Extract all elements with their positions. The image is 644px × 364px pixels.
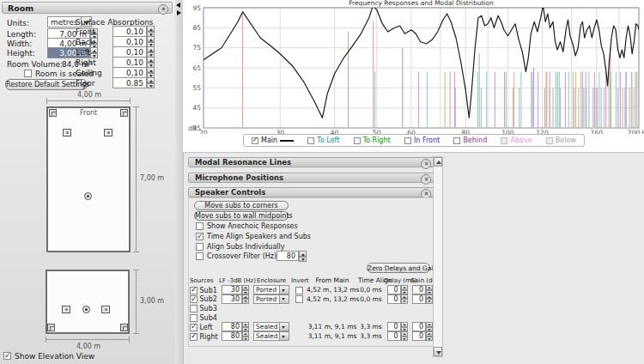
right-speaker-icon-elevation[interactable] bbox=[101, 306, 110, 313]
topview-width-dimline bbox=[46, 100, 131, 101]
move-subs-corners-button[interactable]: Move subs to corners bbox=[194, 201, 289, 210]
right-speaker-icon-topview[interactable] bbox=[104, 129, 112, 136]
expand-right-icon[interactable] bbox=[177, 10, 181, 15]
gain-field-sub1[interactable]: 0 bbox=[412, 285, 426, 294]
source-enable-checkbox-right[interactable] bbox=[190, 333, 197, 341]
legend-checkbox-behind[interactable] bbox=[453, 137, 460, 144]
enclosure-select-sub1[interactable]: Ported bbox=[253, 285, 289, 294]
legend-checkbox-above[interactable] bbox=[501, 137, 507, 144]
height-spinner[interactable] bbox=[90, 47, 98, 58]
lf-field-sub1[interactable]: 30 bbox=[222, 285, 242, 294]
section-microphone-positions[interactable]: Microphone Positions » bbox=[188, 173, 434, 183]
source-enable-checkbox-sub2[interactable] bbox=[190, 295, 197, 303]
section-modal-resonance-lines[interactable]: Modal Resonance Lines » bbox=[188, 157, 434, 167]
legend-checkbox-main[interactable] bbox=[252, 137, 258, 144]
lf-spinner[interactable] bbox=[242, 294, 249, 304]
gain-spinner[interactable] bbox=[426, 294, 433, 304]
sub2-icon-elevation[interactable] bbox=[120, 324, 128, 331]
lf-field-left[interactable]: 80 bbox=[222, 322, 242, 331]
lf-cell: 30 bbox=[219, 285, 252, 294]
dropdown-arrow-icon[interactable] bbox=[279, 323, 289, 331]
source-name: Sub3 bbox=[197, 305, 217, 312]
room-simulator-window: Room » Units: metres Length: 7,00 m Widt… bbox=[0, 0, 644, 364]
dropdown-arrow-icon[interactable] bbox=[279, 295, 289, 303]
lf-field-sub2[interactable]: 30 bbox=[222, 294, 242, 304]
gain-spinner[interactable] bbox=[426, 285, 433, 294]
source-enable-checkbox-sub1[interactable] bbox=[190, 287, 197, 294]
legend-checkbox-to-left[interactable] bbox=[307, 137, 314, 144]
invert-checkbox-sub2[interactable] bbox=[295, 295, 303, 303]
sub1-icon-topview[interactable] bbox=[49, 109, 57, 117]
sub2-icon-topview[interactable] bbox=[120, 109, 128, 117]
show-elevation-checkbox[interactable] bbox=[3, 352, 11, 360]
source-enable-checkbox-sub4[interactable] bbox=[190, 314, 197, 322]
left-speaker-icon-elevation[interactable] bbox=[62, 306, 70, 313]
collapse-left-icon[interactable] bbox=[176, 3, 180, 8]
source-enable-checkbox-sub3[interactable] bbox=[190, 305, 197, 312]
crossover-label: Crossover Filter (Hz) bbox=[207, 252, 276, 260]
enclosure-select-right[interactable]: Sealed bbox=[253, 331, 289, 341]
delay-spinner[interactable] bbox=[401, 322, 408, 331]
gain-field-sub2[interactable]: 0 bbox=[412, 294, 426, 304]
gain-spinner[interactable] bbox=[426, 322, 433, 331]
zero-delays-gains-button[interactable]: Zero Delays and Gains bbox=[367, 263, 430, 273]
invert-checkbox-sub1[interactable] bbox=[295, 287, 303, 294]
delay-spinner[interactable] bbox=[401, 285, 408, 294]
lf-spinner[interactable] bbox=[242, 331, 249, 341]
enclosure-cell: Sealed bbox=[252, 331, 291, 341]
gain-spinner[interactable] bbox=[426, 331, 433, 341]
room-panel-header[interactable]: Room » bbox=[2, 2, 173, 14]
room-sealed-checkbox[interactable] bbox=[24, 70, 32, 77]
crossover-field[interactable]: 80 bbox=[276, 251, 299, 261]
delay-spinner[interactable] bbox=[401, 294, 408, 304]
height-label: Height: bbox=[7, 49, 35, 58]
legend-checkbox-below[interactable] bbox=[546, 137, 553, 144]
collapse-panel-icon[interactable]: » bbox=[158, 4, 168, 15]
crossover-spinner[interactable] bbox=[299, 251, 307, 261]
absorption-spinner-floor[interactable] bbox=[147, 77, 155, 88]
legend-item-in-front: In Front bbox=[404, 136, 440, 144]
delay-cell: 0 bbox=[384, 322, 410, 331]
delay-field-sub2[interactable]: 0 bbox=[387, 294, 401, 304]
absorption-field-floor[interactable]: 0,85 bbox=[112, 77, 147, 88]
gain-cell: 0 bbox=[410, 294, 434, 304]
time-align-cell: 3,3 ms bbox=[358, 332, 384, 340]
gain-field-left[interactable]: 0 bbox=[412, 322, 426, 331]
left-speaker-icon-topview[interactable] bbox=[63, 129, 71, 136]
align-subs-checkbox[interactable] bbox=[196, 243, 204, 251]
show-anechoic-checkbox[interactable] bbox=[196, 222, 204, 230]
section-title: Microphone Positions bbox=[195, 173, 283, 182]
dropdown-arrow-icon[interactable] bbox=[279, 332, 289, 340]
dropdown-arrow-icon[interactable] bbox=[279, 286, 289, 294]
section-speaker-controls[interactable]: Speaker Controls » bbox=[188, 187, 434, 197]
scroll-up-icon[interactable] bbox=[434, 157, 442, 167]
legend-checkbox-in-front[interactable] bbox=[404, 137, 411, 144]
crossover-checkbox[interactable] bbox=[196, 252, 204, 260]
source-enable-checkbox-left[interactable] bbox=[190, 324, 197, 331]
mic-icon-topview[interactable] bbox=[84, 192, 92, 200]
legend-checkbox-to-right[interactable] bbox=[354, 137, 361, 144]
scroll-down-icon[interactable] bbox=[434, 347, 442, 356]
expand-section-icon[interactable]: » bbox=[421, 174, 431, 185]
enclosure-value: Sealed bbox=[256, 323, 279, 331]
source-cell: Sub4 bbox=[190, 313, 219, 322]
gain-field-right[interactable]: 0 bbox=[412, 331, 426, 341]
move-subs-midpoints-button[interactable]: Move subs to wall midpoints bbox=[194, 211, 289, 221]
delay-spinner[interactable] bbox=[401, 331, 408, 341]
delay-field-sub1[interactable]: 0 bbox=[387, 285, 401, 294]
expand-section-icon[interactable]: » bbox=[421, 159, 431, 169]
enclosure-select-left[interactable]: Sealed bbox=[253, 322, 289, 331]
vertical-scrollbar[interactable] bbox=[433, 156, 443, 357]
sub1-icon-elevation[interactable] bbox=[47, 324, 55, 331]
y-tick-label: 55 bbox=[192, 84, 201, 92]
lf-spinner[interactable] bbox=[242, 285, 249, 294]
delay-field-left[interactable]: 0 bbox=[387, 322, 401, 331]
lf-field-right[interactable]: 80 bbox=[222, 331, 242, 341]
gain-cell: 0 bbox=[410, 331, 434, 341]
delay-field-right[interactable]: 0 bbox=[387, 331, 401, 341]
lf-spinner[interactable] bbox=[242, 322, 249, 331]
time-align-checkbox[interactable] bbox=[196, 233, 204, 240]
legend-item-below: Below bbox=[546, 136, 576, 144]
mic-icon-elevation[interactable] bbox=[82, 306, 90, 313]
enclosure-select-sub2[interactable]: Ported bbox=[253, 294, 289, 304]
